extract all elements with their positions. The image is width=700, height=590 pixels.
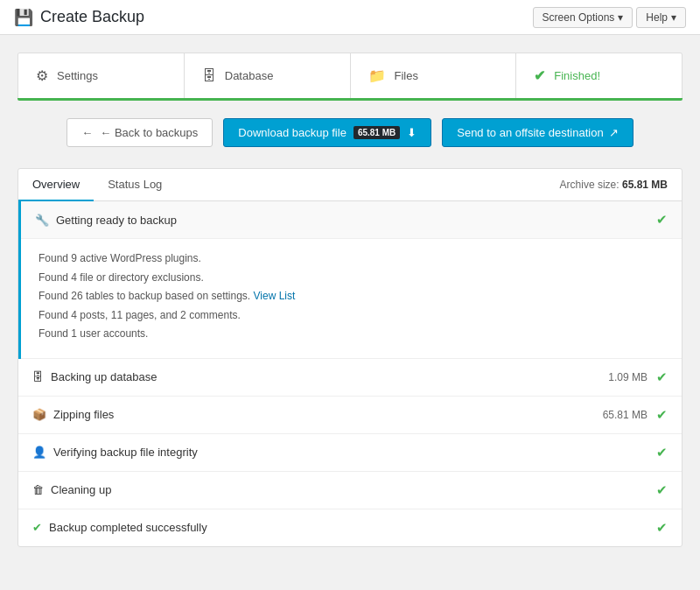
completed-label: Backup completed successfully — [49, 521, 207, 534]
settings-icon: ⚙ — [36, 67, 48, 84]
cleaning-status: ✔ — [656, 482, 668, 498]
back-arrow-icon: ← — [81, 126, 93, 139]
clean-icon: 🗑 — [32, 483, 44, 496]
cleaning-label-area: 🗑 Cleaning up — [32, 483, 111, 496]
offsite-label: Send to an offsite destination — [457, 126, 603, 139]
backing-up-db-size: 1.09 MB — [608, 371, 648, 383]
panel-tabs: Overview Status Log — [18, 169, 546, 200]
zipping-files-label: Zipping files — [53, 408, 114, 421]
database-row-icon: 🗄 — [32, 370, 44, 383]
wrench-icon: 🔧 — [35, 214, 49, 227]
row-zipping-files: 📦 Zipping files 65.81 MB ✔ — [18, 397, 682, 434]
download-label: Download backup file — [238, 126, 346, 139]
getting-ready-title: Getting ready to backup — [56, 214, 177, 227]
zipping-files-status: 65.81 MB ✔ — [603, 407, 668, 423]
main-content: ⚙ Settings 🗄 Database 📁 Files ✔ Finished… — [0, 35, 700, 565]
cleaning-label: Cleaning up — [51, 483, 111, 496]
completed-check: ✔ — [656, 520, 668, 536]
step-settings[interactable]: ⚙ Settings — [18, 53, 185, 98]
detail-tables: Found 26 tables to backup based on setti… — [38, 287, 664, 306]
step-database[interactable]: 🗄 Database — [185, 53, 351, 98]
page-title: Create Backup — [40, 8, 144, 26]
zipping-files-size: 65.81 MB — [603, 409, 648, 421]
top-bar-actions: Screen Options ▾ Help ▾ — [533, 7, 686, 28]
tab-status-log[interactable]: Status Log — [94, 169, 176, 201]
file-size-badge: 65.81 MB — [354, 126, 400, 139]
offsite-arrow-icon: ↗ — [609, 126, 619, 139]
step-settings-label: Settings — [57, 69, 98, 82]
zipping-files-check: ✔ — [656, 407, 668, 423]
getting-ready-header: 🔧 Getting ready to backup ✔ — [21, 201, 682, 239]
chevron-down-icon-help: ▾ — [671, 11, 676, 24]
detail-posts: Found 4 posts, 11 pages, and 2 comments. — [38, 306, 664, 326]
verifying-label-area: 👤 Verifying backup file integrity — [32, 446, 198, 459]
completed-icon: ✔ — [32, 521, 42, 534]
screen-options-button[interactable]: Screen Options ▾ — [533, 7, 634, 28]
download-backup-button[interactable]: Download backup file 65.81 MB ⬇ — [223, 118, 431, 147]
view-list-link[interactable]: View List — [254, 290, 296, 302]
row-backup-completed: ✔ Backup completed successfully ✔ — [18, 509, 682, 546]
completed-status: ✔ — [656, 520, 668, 536]
step-finished-label: Finished! — [554, 69, 600, 82]
back-to-backups-button[interactable]: ← ← Back to backups — [66, 118, 213, 147]
step-database-label: Database — [225, 69, 274, 82]
zipping-files-label-area: 📦 Zipping files — [32, 408, 114, 421]
action-bar: ← ← Back to backups Download backup file… — [18, 118, 682, 147]
overview-panel: Overview Status Log Archive size: 65.81 … — [18, 168, 682, 547]
backing-up-db-label-area: 🗄 Backing up database — [32, 370, 157, 383]
row-backing-up-database: 🗄 Backing up database 1.09 MB ✔ — [18, 359, 682, 397]
detail-exclusions: Found 4 file or directory exclusions. — [38, 269, 664, 288]
steps-bar: ⚙ Settings 🗄 Database 📁 Files ✔ Finished… — [18, 53, 682, 98]
getting-ready-check-icon: ✔ — [656, 212, 668, 228]
verify-icon: 👤 — [32, 446, 46, 459]
getting-ready-details: Found 9 active WordPress plugins. Found … — [21, 239, 682, 359]
title-area: 💾 Create Backup — [14, 8, 144, 27]
detail-users: Found 1 user accounts. — [38, 325, 664, 344]
step-files[interactable]: 📁 Files — [351, 53, 517, 98]
detail-plugins: Found 9 active WordPress plugins. — [38, 249, 664, 269]
getting-ready-section: 🔧 Getting ready to backup ✔ Found 9 acti… — [18, 201, 682, 359]
send-offsite-button[interactable]: Send to an offsite destination ↗ — [442, 118, 633, 147]
backing-up-db-check: ✔ — [656, 369, 668, 385]
help-button[interactable]: Help ▾ — [636, 7, 686, 28]
steps-progress-bar — [18, 98, 682, 101]
backup-icon: 💾 — [14, 8, 33, 27]
tab-overview[interactable]: Overview — [18, 169, 94, 201]
verifying-label: Verifying backup file integrity — [53, 446, 198, 459]
files-icon: 📁 — [368, 67, 386, 84]
zipping-icon: 📦 — [32, 408, 46, 421]
chevron-down-icon: ▾ — [618, 11, 623, 24]
database-icon: 🗄 — [202, 68, 216, 84]
finished-check-icon: ✔ — [534, 67, 545, 84]
top-bar: 💾 Create Backup Screen Options ▾ Help ▾ — [0, 0, 700, 35]
verifying-status: ✔ — [656, 445, 668, 460]
row-cleaning-up: 🗑 Cleaning up ✔ — [18, 472, 682, 509]
row-verifying-integrity: 👤 Verifying backup file integrity ✔ — [18, 434, 682, 472]
cleaning-check: ✔ — [656, 482, 668, 498]
getting-ready-title-area: 🔧 Getting ready to backup — [35, 214, 177, 227]
step-files-label: Files — [395, 69, 418, 82]
completed-label-area: ✔ Backup completed successfully — [32, 521, 207, 534]
panel-header: Overview Status Log Archive size: 65.81 … — [18, 169, 682, 201]
verifying-check: ✔ — [656, 445, 668, 460]
step-finished[interactable]: ✔ Finished! — [516, 53, 682, 98]
download-icon: ⬇ — [407, 126, 416, 139]
backing-up-db-status: 1.09 MB ✔ — [608, 369, 668, 385]
backing-up-db-label: Backing up database — [51, 370, 157, 383]
archive-size: Archive size: 65.81 MB — [546, 170, 682, 200]
